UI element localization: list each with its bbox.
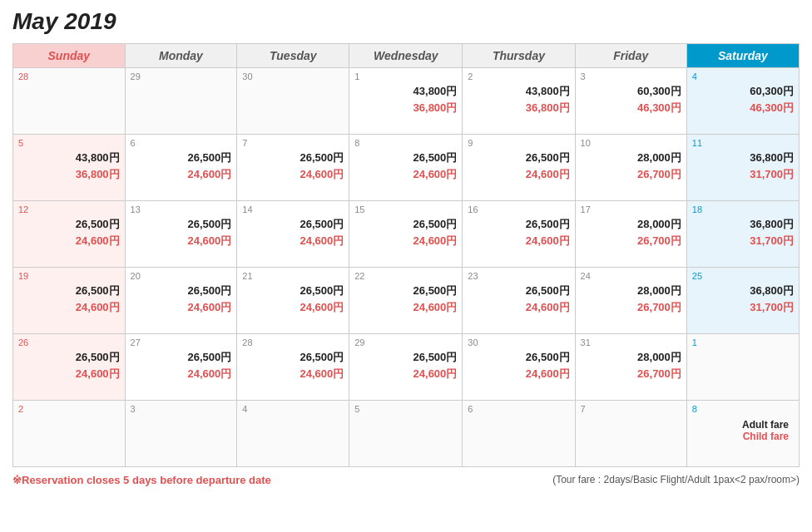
child-price: 26,700円 xyxy=(581,366,681,382)
child-price: 24,600円 xyxy=(468,366,569,382)
calendar-header-tuesday: Tuesday xyxy=(237,44,349,68)
adult-price: 26,500円 xyxy=(354,150,457,166)
day-number: 21 xyxy=(242,271,344,281)
calendar-cell: 243,800円36,800円 xyxy=(463,68,575,135)
calendar-cell: 2 xyxy=(13,401,126,467)
day-number: 14 xyxy=(242,204,344,214)
calendar-header-sunday: Sunday xyxy=(13,44,126,68)
adult-price: 26,500円 xyxy=(131,150,232,166)
day-number: 30 xyxy=(242,71,344,81)
adult-price: 26,500円 xyxy=(242,150,344,166)
tour-info: (Tour fare : 2days/Basic Flight/Adult 1p… xyxy=(552,474,800,485)
adult-price: 26,500円 xyxy=(468,216,569,233)
calendar-cell: 28 xyxy=(13,68,126,135)
day-number: 4 xyxy=(242,404,344,414)
calendar-cell: 2726,500円24,600円 xyxy=(125,334,237,401)
adult-price: 26,500円 xyxy=(242,349,344,366)
calendar-cell: 3 xyxy=(125,401,237,467)
adult-price: 28,000円 xyxy=(581,216,681,233)
day-number: 2 xyxy=(18,404,120,414)
day-number: 28 xyxy=(242,337,344,347)
calendar-cell: 1 xyxy=(686,334,799,401)
day-number: 15 xyxy=(354,204,457,214)
calendar-header-monday: Monday xyxy=(125,44,237,68)
adult-price: 43,800円 xyxy=(468,83,569,100)
day-number: 10 xyxy=(581,138,681,148)
calendar-header-thursday: Thursday xyxy=(463,44,575,68)
calendar-cell: 3128,000円26,700円 xyxy=(575,334,686,401)
day-number: 8 xyxy=(692,404,794,414)
adult-price: 60,300円 xyxy=(692,83,794,100)
adult-price: 26,500円 xyxy=(131,349,232,366)
child-price: 26,700円 xyxy=(581,166,681,183)
child-price: 24,600円 xyxy=(468,233,569,249)
footer: ※Reservation closes 5 days before depart… xyxy=(12,474,800,486)
day-number: 22 xyxy=(354,271,457,281)
calendar-cell: 3026,500円24,600円 xyxy=(463,334,575,401)
day-number: 5 xyxy=(18,138,120,148)
day-number: 28 xyxy=(18,71,120,81)
day-number: 31 xyxy=(581,337,681,347)
day-number: 20 xyxy=(131,271,232,281)
calendar-cell: 360,300円46,300円 xyxy=(575,68,686,135)
calendar-cell: 2026,500円24,600円 xyxy=(125,268,237,334)
child-price: 36,800円 xyxy=(18,166,120,183)
day-number: 1 xyxy=(354,71,457,81)
day-number: 5 xyxy=(354,404,457,414)
day-number: 24 xyxy=(581,271,681,281)
adult-price: 26,500円 xyxy=(354,349,457,366)
day-number: 18 xyxy=(692,204,794,214)
calendar-cell: 543,800円36,800円 xyxy=(13,135,126,201)
calendar-cell: 2826,500円24,600円 xyxy=(237,334,349,401)
calendar-header-saturday: Saturday xyxy=(686,44,799,68)
day-number: 17 xyxy=(581,204,681,214)
calendar-cell: 926,500円24,600円 xyxy=(463,135,575,201)
child-price: 24,600円 xyxy=(242,366,344,382)
adult-price: 28,000円 xyxy=(581,283,681,299)
adult-price: 28,000円 xyxy=(581,349,681,366)
calendar-cell: 2326,500円24,600円 xyxy=(463,268,575,334)
calendar-cell: 1626,500円24,600円 xyxy=(463,201,575,268)
child-price: 24,600円 xyxy=(354,366,457,382)
child-price: 36,800円 xyxy=(354,100,457,116)
calendar-table: SundayMondayTuesdayWednesdayThursdayFrid… xyxy=(12,43,800,467)
child-price: 26,700円 xyxy=(581,299,681,316)
child-price: 24,600円 xyxy=(354,166,457,183)
adult-price: 28,000円 xyxy=(581,150,681,166)
day-number: 3 xyxy=(581,71,681,81)
day-number: 9 xyxy=(468,138,569,148)
child-price: 24,600円 xyxy=(18,366,120,382)
calendar-cell: 626,500円24,600円 xyxy=(125,135,237,201)
calendar-cell: 8Adult fareChild fare xyxy=(686,401,799,467)
adult-price: 36,800円 xyxy=(692,216,794,233)
child-fare-label: Child fare xyxy=(697,431,789,442)
calendar-cell: 4 xyxy=(237,401,349,467)
calendar-header-friday: Friday xyxy=(575,44,686,68)
adult-price: 43,800円 xyxy=(354,83,457,100)
child-price: 24,600円 xyxy=(18,233,120,249)
day-number: 25 xyxy=(692,271,794,281)
child-price: 24,600円 xyxy=(131,166,232,183)
child-price: 24,600円 xyxy=(131,366,232,382)
child-price: 36,800円 xyxy=(468,100,569,116)
day-number: 4 xyxy=(692,71,794,81)
calendar-cell: 30 xyxy=(237,68,349,135)
calendar-cell: 29 xyxy=(125,68,237,135)
day-number: 19 xyxy=(18,271,120,281)
child-price: 31,700円 xyxy=(692,299,794,316)
day-number: 16 xyxy=(468,204,569,214)
adult-price: 36,800円 xyxy=(692,150,794,166)
adult-price: 60,300円 xyxy=(581,83,681,100)
child-price: 24,600円 xyxy=(354,299,457,316)
calendar-cell: 726,500円24,600円 xyxy=(237,135,349,201)
day-number: 30 xyxy=(468,337,569,347)
calendar-cell: 826,500円24,600円 xyxy=(349,135,463,201)
day-number: 3 xyxy=(131,404,232,414)
calendar-cell: 1526,500円24,600円 xyxy=(349,201,463,268)
child-price: 46,300円 xyxy=(692,100,794,116)
child-price: 24,600円 xyxy=(242,166,344,183)
day-number: 11 xyxy=(692,138,794,148)
adult-price: 26,500円 xyxy=(18,216,120,233)
adult-price: 26,500円 xyxy=(18,283,120,299)
calendar-cell: 1136,800円31,700円 xyxy=(686,135,799,201)
